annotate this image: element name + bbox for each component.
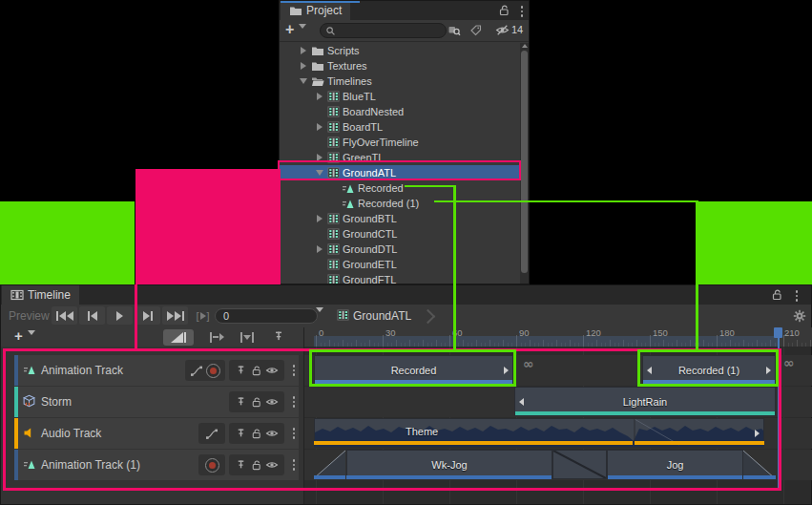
kebab-menu-icon[interactable] [792, 289, 802, 303]
timeline-asset-icon [327, 243, 340, 255]
search-input[interactable] [336, 24, 435, 37]
expand-arrow-icon[interactable] [314, 123, 324, 131]
annotation-outline-clip-recorded [309, 349, 516, 387]
tree-item-bluetl[interactable]: BlueTL [280, 89, 520, 104]
search-by-label-button[interactable] [469, 24, 483, 36]
tree-item-textures[interactable]: Textures [280, 58, 520, 74]
tree-item-flyovertimeline[interactable]: FlyOverTimeline [280, 135, 520, 150]
tree-item-grounddtl[interactable]: GroundDTL [280, 242, 520, 257]
expand-arrow-icon[interactable] [314, 215, 324, 222]
scroll-up-icon[interactable] [522, 44, 528, 48]
ruler-tick-label: 0 [319, 327, 323, 338]
annotation-green-rect-left [0, 201, 135, 284]
scrollbar-thumb[interactable] [521, 51, 528, 273]
active-tab-accent [281, 1, 360, 3]
breadcrumb-chevron-icon [421, 309, 436, 325]
goto-end-button[interactable] [162, 306, 188, 325]
play-button[interactable] [107, 306, 133, 325]
project-scrollbar[interactable] [520, 43, 529, 284]
expand-arrow-icon[interactable] [298, 62, 308, 70]
annotation-pink-connector-line [135, 284, 137, 349]
folder-icon [311, 45, 324, 56]
project-toolbar: + 14 [280, 20, 529, 42]
tree-item-boardtl[interactable]: BoardTL [280, 119, 520, 135]
marker-pin-icon[interactable] [272, 330, 285, 343]
timeline-toolbar: + [1, 327, 303, 347]
annotation-green-line-recorded1-v [696, 200, 698, 349]
collapse-arrow-icon[interactable] [298, 78, 308, 84]
ruler-tick-label: 120 [586, 327, 601, 338]
next-frame-button[interactable] [135, 306, 160, 325]
kebab-menu-icon[interactable] [517, 5, 527, 18]
project-tab-title: Project [306, 4, 342, 17]
annotation-green-rect-right [698, 201, 812, 284]
tab-timeline[interactable]: Timeline [2, 285, 79, 305]
animation-clip-icon [342, 198, 355, 210]
ripple-mode-button[interactable] [201, 329, 232, 346]
ruler-tick-label: 150 [653, 327, 668, 338]
hidden-count-eye-icon[interactable] [495, 24, 510, 36]
previous-frame-button[interactable] [79, 306, 105, 325]
timeline-tab-title: Timeline [28, 288, 71, 302]
tree-item-groundctl[interactable]: GroundCTL [280, 226, 520, 242]
lock-icon[interactable] [497, 4, 510, 18]
add-track-caret-icon[interactable] [28, 335, 35, 347]
tree-item-recorded[interactable]: Recorded [280, 180, 520, 196]
search-by-type-button[interactable] [448, 24, 461, 36]
annotation-green-line-recorded1-h [434, 200, 698, 202]
annotation-green-line-recorded-v [453, 185, 456, 349]
mix-mode-button[interactable] [163, 329, 194, 346]
timeline-asset-icon [327, 91, 340, 102]
tree-item-groundetl[interactable]: GroundETL [280, 257, 520, 272]
search-icon [325, 26, 336, 36]
create-asset-button[interactable]: + [285, 21, 294, 38]
project-window: Project + 14 Scripts Textures Timelines … [279, 0, 530, 284]
folder-icon [289, 5, 302, 16]
tree-item-groundbtl[interactable]: GroundBTL [280, 211, 520, 226]
timeline-asset-icon [327, 213, 340, 224]
timeline-asset-icon [327, 228, 340, 240]
annotation-outline-clip-recorded1 [637, 349, 779, 387]
create-asset-caret-icon[interactable] [299, 29, 306, 40]
lock-icon[interactable] [770, 288, 783, 303]
project-search-field[interactable] [320, 23, 447, 38]
screenshot-canvas: Project + 14 Scripts Textures Timelines … [0, 0, 812, 505]
tree-item-scripts[interactable]: Scripts [280, 43, 520, 58]
breadcrumb[interactable]: GroundATL [353, 309, 411, 323]
tree-item-groundftl[interactable]: GroundFTL [280, 272, 520, 284]
timeline-asset-icon [327, 121, 340, 133]
timeline-tab-bar: Timeline [1, 285, 811, 305]
tree-item-recorded-1[interactable]: Recorded (1) [280, 196, 520, 211]
add-track-button[interactable]: + [14, 327, 23, 344]
ruler-tick-label: 90 [519, 327, 530, 338]
timeline-asset-icon [337, 309, 349, 321]
timeline-asset-icon [327, 274, 340, 284]
replace-mode-button[interactable] [232, 329, 262, 346]
project-tab-bar: Project [280, 1, 529, 20]
goto-start-button[interactable] [52, 306, 77, 325]
folder-open-icon [311, 75, 324, 87]
timeline-asset-icon [327, 259, 340, 270]
film-icon [10, 289, 24, 301]
folder-icon [311, 60, 324, 72]
tree-item-timelines[interactable]: Timelines [280, 74, 520, 89]
ruler-tick-label: 210 [784, 327, 800, 338]
infinity-icon: ∞ [783, 355, 795, 370]
tab-project[interactable]: Project [281, 1, 350, 20]
time-ruler[interactable]: 0 30 60 90 120 150 180 210 [304, 327, 812, 347]
ruler-tick-label: 180 [719, 327, 735, 338]
frame-field-caret-icon[interactable] [316, 312, 323, 324]
expand-arrow-icon[interactable] [314, 93, 324, 100]
annotation-green-line-recorded-h [405, 185, 455, 187]
expand-arrow-icon[interactable] [298, 47, 308, 54]
hidden-count: 14 [511, 24, 523, 35]
expand-arrow-icon[interactable] [314, 245, 324, 253]
gear-icon[interactable] [793, 309, 806, 323]
frame-field[interactable]: 0 [215, 308, 318, 324]
ruler-duration-band [314, 336, 779, 347]
ruler-tick-label: 30 [385, 327, 396, 338]
tree-item-boardnested[interactable]: BoardNested [280, 104, 520, 119]
preview-toggle[interactable]: Preview [9, 309, 50, 323]
play-range-button[interactable]: [] [190, 306, 216, 325]
timeline-asset-icon [327, 137, 340, 148]
